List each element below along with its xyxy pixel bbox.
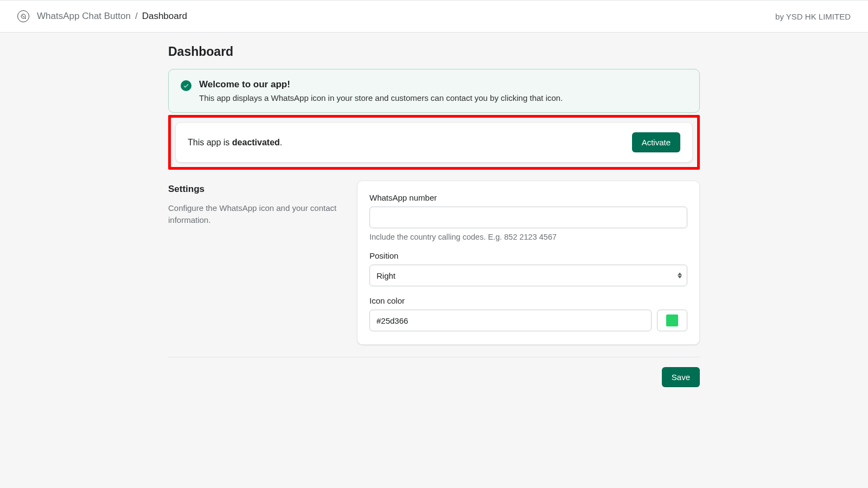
color-swatch-button[interactable]	[657, 310, 687, 331]
icon-color-label: Icon color	[369, 296, 687, 305]
status-suffix: .	[280, 138, 282, 147]
divider	[168, 357, 700, 357]
breadcrumb-current: Dashboard	[142, 11, 187, 22]
whatsapp-number-label: WhatsApp number	[369, 193, 687, 202]
whatsapp-number-field: WhatsApp number Include the country call…	[369, 193, 687, 241]
whatsapp-number-input[interactable]	[369, 207, 687, 228]
welcome-title: Welcome to our app!	[199, 79, 563, 90]
breadcrumb-app-link[interactable]: WhatsApp Chat Button	[37, 11, 131, 22]
position-label: Position	[369, 251, 687, 260]
topbar: WhatsApp Chat Button / Dashboard by YSD …	[0, 0, 868, 33]
status-card: This app is deactivated. Activate	[175, 122, 693, 163]
settings-heading: Settings	[168, 184, 344, 195]
status-state: deactivated	[232, 138, 280, 147]
welcome-banner: Welcome to our app! This app displays a …	[168, 69, 700, 113]
whatsapp-logo-icon	[17, 10, 29, 22]
welcome-desc: This app displays a WhatsApp icon in you…	[199, 93, 563, 102]
settings-card: WhatsApp number Include the country call…	[357, 181, 700, 345]
settings-desc: Configure the WhatsApp icon and your con…	[168, 202, 344, 226]
check-circle-icon	[181, 80, 192, 91]
save-button[interactable]: Save	[662, 367, 700, 387]
byline: by YSD HK LIMITED	[775, 12, 851, 21]
color-swatch	[666, 314, 678, 326]
status-prefix: This app is	[188, 138, 232, 147]
activate-button[interactable]: Activate	[632, 132, 680, 152]
breadcrumb-separator: /	[135, 11, 138, 22]
icon-color-field: Icon color	[369, 296, 687, 331]
icon-color-input[interactable]	[369, 310, 652, 331]
highlight-annotation: This app is deactivated. Activate	[168, 115, 700, 170]
position-select[interactable]: Right	[369, 265, 687, 286]
whatsapp-number-helper: Include the country calling codes. E.g. …	[369, 233, 687, 241]
breadcrumb: WhatsApp Chat Button / Dashboard	[17, 10, 187, 22]
position-field: Position Right	[369, 251, 687, 286]
page-title: Dashboard	[168, 44, 700, 59]
status-text: This app is deactivated.	[188, 138, 282, 147]
